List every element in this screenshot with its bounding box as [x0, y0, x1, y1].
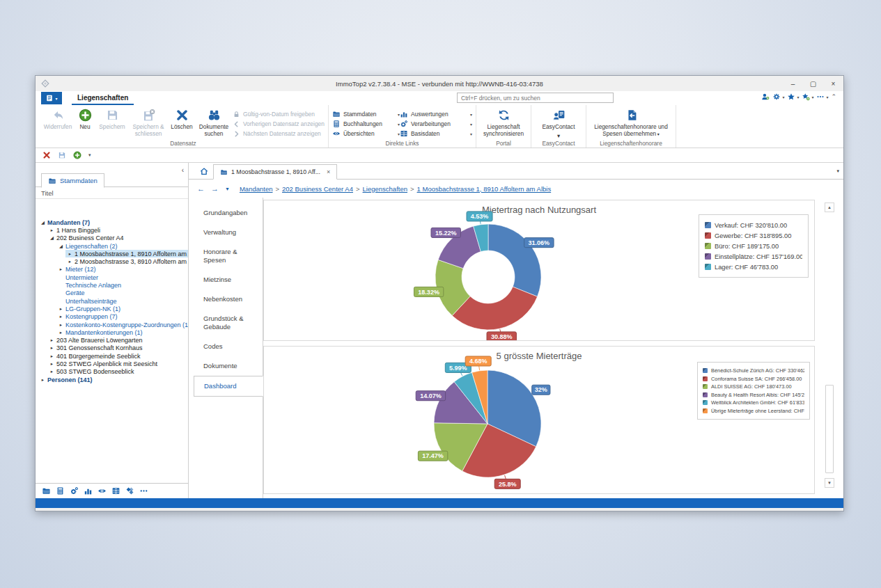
ribbon-button-liegenschaft-synchronisieren[interactable]: Liegenschaft synchronisieren [480, 106, 527, 138]
caret-down-icon[interactable]: ▾ [470, 132, 472, 136]
ribbon-link-auswertungen[interactable]: Auswertungen▾ [400, 109, 472, 119]
calculator-icon[interactable] [56, 486, 65, 495]
user-icon[interactable] [761, 93, 770, 101]
tree-item[interactable]: ▸Mandantenkontierungen (1) [36, 328, 188, 336]
nav-item-grundangaben[interactable]: Grundangaben [194, 203, 263, 223]
tree-collapsed-icon[interactable]: ▸ [59, 322, 63, 328]
tree-item[interactable]: ▸Personen (141) [36, 376, 188, 383]
collapse-ribbon-icon[interactable]: ⌃ [831, 93, 836, 100]
vertical-scrollbar[interactable]: ▲ ▼ [825, 200, 834, 495]
tree-item[interactable]: ▸1 Hans Binggeli [36, 226, 188, 234]
nav-item-codes[interactable]: Codes [194, 337, 263, 356]
folder-icon[interactable] [42, 486, 51, 495]
tree-expanded-icon[interactable]: ◢ [59, 244, 63, 249]
ribbon-button-honorare-uebernehmen[interactable]: Liegenschaftenhonorare und Spesen überne… [590, 106, 672, 138]
tree-item[interactable]: ▸Mieter (12) [36, 266, 188, 273]
minimize-button[interactable]: – [783, 76, 803, 91]
nav-item-dokumente[interactable]: Dokumente [194, 356, 263, 376]
scroll-up-icon[interactable]: ▲ [825, 202, 834, 212]
tree-collapsed-icon[interactable]: ▸ [59, 314, 63, 319]
caret-down-icon[interactable]: ▾ [470, 112, 472, 117]
app-menu-button[interactable]: ▾ [41, 92, 62, 104]
history-caret-icon[interactable]: ▼ [225, 186, 230, 191]
tree-item[interactable]: ▸LG-Gruppen-NK (1) [36, 305, 188, 312]
gears-icon[interactable] [70, 486, 79, 495]
tree-item[interactable]: ▸401 Bürgergemeinde Seeblick [36, 352, 188, 360]
tab-liegenschaften[interactable]: Liegenschaften [72, 91, 134, 105]
ribbon-button-easycontact[interactable]: EasyContact ▾ [535, 106, 582, 138]
search-input[interactable] [457, 93, 614, 103]
breadcrumb-link[interactable]: Mandanten [240, 185, 273, 193]
nav-item-dashboard[interactable]: Dashboard [194, 376, 263, 397]
ribbon-button-g-ltig-von-datum-freigeben[interactable]: Gültig-von-Datum freigeben [233, 109, 325, 119]
tab-list-caret-icon[interactable]: ▾ [836, 168, 839, 174]
caret-down-icon[interactable]: ▾ [826, 95, 828, 100]
tree-item[interactable]: ▸Technische Anlagen [36, 281, 188, 289]
nav-item-nebenkosten[interactable]: Nebenkosten [194, 289, 263, 309]
breadcrumb-link[interactable]: 202 Business Center A4 [282, 185, 353, 193]
tree-collapsed-icon[interactable]: ▸ [68, 259, 72, 264]
nav-item-honorare-spesen[interactable]: Honorare & Spesen [194, 242, 263, 270]
add-icon[interactable] [73, 151, 81, 159]
tree-collapsed-icon[interactable]: ▸ [40, 377, 45, 383]
module-icon[interactable] [125, 486, 134, 495]
forward-icon[interactable]: → [211, 184, 219, 193]
ribbon-link-basisdaten[interactable]: Basisdaten▾ [400, 129, 472, 138]
tab-document[interactable]: 1 Moosbachstrasse 1, 8910 Aff...× [213, 164, 337, 180]
ribbon-button-l-schen[interactable]: Löschen [169, 106, 195, 138]
delete-icon[interactable] [42, 151, 51, 159]
favorite-add-icon[interactable]: ▾ [802, 93, 813, 101]
more-icon[interactable]: ▾ [816, 93, 828, 101]
tree-collapsed-icon[interactable]: ▸ [68, 251, 72, 257]
tree-item[interactable]: ▸Geräte [36, 289, 188, 297]
ribbon-button-n-chsten-datensatz-anzeigen[interactable]: Nächsten Datensatz anzeigen [233, 129, 325, 138]
tree-item[interactable]: ▸Kostenkonto-Kostengruppe-Zuordnungen (1… [36, 321, 188, 328]
ribbon-button-speichern-schliessen[interactable]: Speichern & schliessen [128, 106, 169, 138]
save-icon[interactable] [58, 151, 66, 159]
caret-down-icon[interactable]: ▾ [811, 95, 813, 100]
tree-item[interactable]: ▸1 Moosbachstrasse 1, 8910 Affoltern am … [36, 250, 188, 257]
breadcrumb-link[interactable]: 1 Moosbachstrasse 1, 8910 Affoltern am A… [417, 185, 552, 193]
ribbon-button-dokumente-suchen[interactable]: Dokumente suchen [195, 106, 233, 138]
ribbon-link-verarbeitungen[interactable]: Verarbeitungen▾ [400, 119, 472, 129]
tree-collapsed-icon[interactable]: ▸ [59, 267, 63, 272]
ribbon-link-stammdaten[interactable]: Stammdaten▾ [332, 109, 400, 119]
settings-icon[interactable]: ▾ [772, 93, 784, 101]
tree-collapsed-icon[interactable]: ▸ [49, 228, 54, 233]
tree-collapsed-icon[interactable]: ▸ [49, 353, 54, 359]
tree-item[interactable]: ◢202 Business Center A4 [36, 235, 188, 242]
caret-down-icon[interactable]: ▾ [470, 122, 472, 127]
back-icon[interactable]: ← [197, 184, 205, 193]
tree-item[interactable]: ▸301 Genossenschaft Kornhaus [36, 344, 188, 352]
tree-collapsed-icon[interactable]: ▸ [59, 306, 63, 312]
ribbon-link-buchhaltungen[interactable]: Buchhaltungen▾ [332, 119, 400, 129]
tree-collapsed-icon[interactable]: ▸ [49, 337, 54, 343]
close-icon[interactable]: × [327, 168, 330, 175]
tree-item[interactable]: ◢Liegenschaften (2) [36, 242, 188, 250]
breadcrumb-link[interactable]: Liegenschaften [363, 185, 407, 193]
tree-item[interactable]: ▸2 Moosbachstrasse 3, 8910 Affoltern am … [36, 257, 188, 265]
maximize-button[interactable]: ▢ [803, 76, 823, 91]
tree-item[interactable]: ▸203 Alte Brauerei Löwengarten [36, 336, 188, 344]
caret-down-icon[interactable]: ▾ [797, 95, 799, 100]
tree-collapsed-icon[interactable]: ▸ [59, 330, 63, 335]
tab-home[interactable] [195, 164, 213, 179]
ribbon-button-widerrufen[interactable]: Widerrufen [42, 106, 74, 138]
tree-expanded-icon[interactable]: ◢ [40, 220, 45, 225]
tab-stammdaten[interactable]: Stammdaten [41, 173, 104, 188]
nav-item-grundst-ck-geb-ude[interactable]: Grundstück & Gebäude [194, 309, 263, 337]
caret-down-icon[interactable]: ▾ [782, 95, 784, 100]
tree-collapsed-icon[interactable]: ▸ [49, 369, 54, 374]
caret-down-icon[interactable]: ▾ [88, 152, 91, 158]
tree-item[interactable]: ▸Unterhaltseinträge [36, 297, 188, 305]
ribbon-button-speichern[interactable]: Speichern [96, 106, 128, 138]
drawer-icon[interactable] [111, 486, 120, 495]
tree-expanded-icon[interactable]: ◢ [49, 235, 54, 241]
scrollbar-thumb[interactable] [825, 385, 834, 473]
eye-icon[interactable] [98, 486, 107, 495]
close-button[interactable]: × [823, 76, 843, 91]
tree-item[interactable]: ▸Kostengruppen (7) [36, 313, 188, 321]
ribbon-link--bersichten[interactable]: Übersichten▾ [332, 129, 400, 138]
favorites-icon[interactable]: ▾ [787, 93, 799, 101]
nav-item-verwaltung[interactable]: Verwaltung [194, 223, 263, 242]
